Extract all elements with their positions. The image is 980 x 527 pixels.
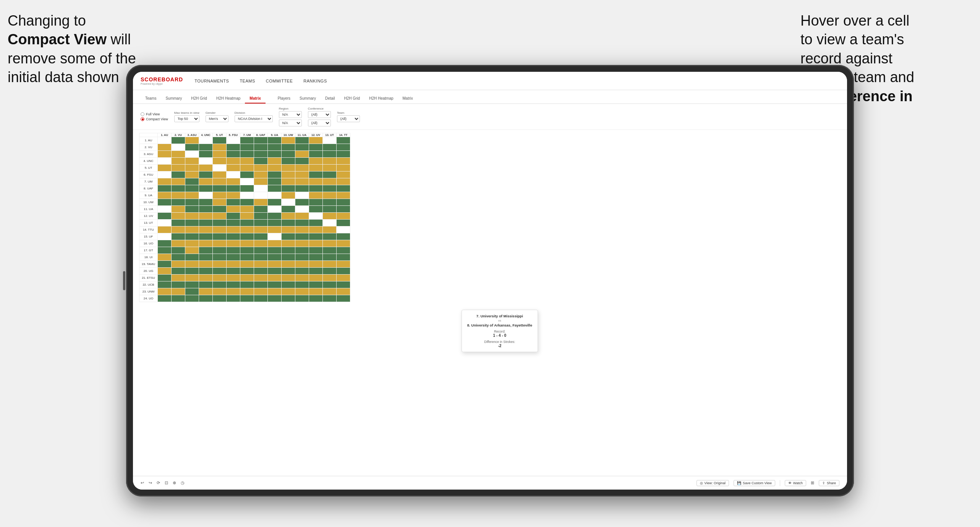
cell-r16-c1[interactable] <box>172 247 185 254</box>
division-select[interactable]: NCAA Division I <box>235 115 273 122</box>
cell-r21-c8[interactable] <box>268 281 282 288</box>
full-view-radio[interactable]: Full View <box>141 112 168 116</box>
team-select[interactable]: (All) <box>337 115 360 122</box>
cell-r1-c8[interactable] <box>268 144 282 151</box>
cell-r3-c4[interactable] <box>213 158 227 165</box>
cell-r20-c7[interactable] <box>254 275 268 281</box>
cell-r9-c7[interactable] <box>254 199 268 206</box>
cell-r14-c2[interactable] <box>185 233 199 240</box>
cell-r23-c12[interactable] <box>323 295 337 302</box>
cell-r2-c7[interactable] <box>254 151 268 158</box>
cell-r13-c9[interactable] <box>282 226 295 233</box>
zoom-icon[interactable]: ⊕ <box>173 480 176 485</box>
cell-r3-c11[interactable] <box>309 158 323 165</box>
cell-r0-c5[interactable] <box>227 137 240 144</box>
cell-r20-c10[interactable] <box>295 275 309 281</box>
cell-r16-c13[interactable] <box>337 247 350 254</box>
tab-h2h-heatmap-left[interactable]: H2H Heatmap <box>212 94 245 103</box>
cell-r9-c4[interactable] <box>213 199 227 206</box>
cell-r20-c6[interactable] <box>240 275 254 281</box>
cell-r7-c3[interactable] <box>199 185 213 192</box>
cell-r3-c10[interactable] <box>295 158 309 165</box>
cell-r10-c3[interactable] <box>199 206 213 213</box>
cell-r19-c10[interactable] <box>295 268 309 275</box>
cell-r12-c9[interactable] <box>282 220 295 226</box>
cell-r23-c9[interactable] <box>282 295 295 302</box>
cell-r15-c8[interactable] <box>268 240 282 247</box>
cell-r1-c12[interactable] <box>323 144 337 151</box>
gender-select[interactable]: Men's <box>206 115 228 122</box>
cell-r7-c12[interactable] <box>323 185 337 192</box>
cell-r2-c6[interactable] <box>240 151 254 158</box>
cell-r8-c9[interactable] <box>282 192 295 199</box>
nav-tournaments[interactable]: TOURNAMENTS <box>194 79 229 83</box>
cell-r15-c13[interactable] <box>337 240 350 247</box>
cell-r19-c12[interactable] <box>323 268 337 275</box>
cell-r23-c10[interactable] <box>295 295 309 302</box>
cell-r15-c7[interactable] <box>254 240 268 247</box>
cell-r13-c13[interactable] <box>337 226 350 233</box>
cell-r15-c12[interactable] <box>323 240 337 247</box>
cell-r18-c7[interactable] <box>254 261 268 268</box>
cell-r1-c3[interactable] <box>199 144 213 151</box>
cell-r8-c11[interactable] <box>309 192 323 199</box>
cell-r14-c6[interactable] <box>240 233 254 240</box>
cell-r21-c0[interactable] <box>158 281 172 288</box>
cell-r13-c1[interactable] <box>172 226 185 233</box>
nav-committee[interactable]: COMMITTEE <box>266 79 293 83</box>
cell-r21-c3[interactable] <box>199 281 213 288</box>
cell-r4-c9[interactable] <box>282 165 295 171</box>
cell-r23-c7[interactable] <box>254 295 268 302</box>
cell-r19-c4[interactable] <box>213 268 227 275</box>
cell-r1-c9[interactable] <box>282 144 295 151</box>
cell-r17-c1[interactable] <box>172 254 185 261</box>
cell-r5-c3[interactable] <box>199 171 213 178</box>
cell-r5-c7[interactable] <box>254 171 268 178</box>
cell-r20-c4[interactable] <box>213 275 227 281</box>
tab-matrix-right[interactable]: Matrix <box>398 94 418 103</box>
cell-r6-c0[interactable] <box>158 178 172 185</box>
cell-r13-c7[interactable] <box>254 226 268 233</box>
cell-r18-c8[interactable] <box>268 261 282 268</box>
cell-r8-c5[interactable] <box>227 192 240 199</box>
cell-r22-c1[interactable] <box>172 288 185 295</box>
cell-r17-c2[interactable] <box>185 254 199 261</box>
cell-r2-c1[interactable] <box>172 151 185 158</box>
cell-r8-c12[interactable] <box>323 192 337 199</box>
cell-r17-c3[interactable] <box>199 254 213 261</box>
cell-r13-c2[interactable] <box>185 226 199 233</box>
cell-r12-c13[interactable] <box>337 220 350 226</box>
cell-r15-c0[interactable] <box>158 240 172 247</box>
cell-r0-c1[interactable] <box>172 137 185 144</box>
cell-r3-c6[interactable] <box>240 158 254 165</box>
cell-r16-c11[interactable] <box>309 247 323 254</box>
cell-r2-c8[interactable] <box>268 151 282 158</box>
cell-r5-c4[interactable] <box>213 171 227 178</box>
cell-r0-c13[interactable] <box>337 137 350 144</box>
cell-r12-c10[interactable] <box>295 220 309 226</box>
cell-r1-c13[interactable] <box>337 144 350 151</box>
cell-r22-c11[interactable] <box>309 288 323 295</box>
cell-r5-c2[interactable] <box>185 171 199 178</box>
cell-r10-c0[interactable] <box>158 206 172 213</box>
cell-r4-c6[interactable] <box>240 165 254 171</box>
nav-teams[interactable]: TEAMS <box>240 79 255 83</box>
cell-r15-c6[interactable] <box>240 240 254 247</box>
cell-r7-c13[interactable] <box>337 185 350 192</box>
cell-r21-c2[interactable] <box>185 281 199 288</box>
cell-r23-c1[interactable] <box>172 295 185 302</box>
cell-r5-c8[interactable] <box>268 171 282 178</box>
cell-r0-c3[interactable] <box>199 137 213 144</box>
cell-r9-c11[interactable] <box>309 199 323 206</box>
cell-r7-c9[interactable] <box>282 185 295 192</box>
cell-r11-c7[interactable] <box>254 213 268 220</box>
cell-r22-c10[interactable] <box>295 288 309 295</box>
cell-r20-c1[interactable] <box>172 275 185 281</box>
cell-r11-c12[interactable] <box>323 213 337 220</box>
cell-r21-c1[interactable] <box>172 281 185 288</box>
cell-r0-c11[interactable] <box>309 137 323 144</box>
cell-r20-c2[interactable] <box>185 275 199 281</box>
cell-r20-c3[interactable] <box>199 275 213 281</box>
cell-r14-c9[interactable] <box>282 233 295 240</box>
cell-r0-c7[interactable] <box>254 137 268 144</box>
